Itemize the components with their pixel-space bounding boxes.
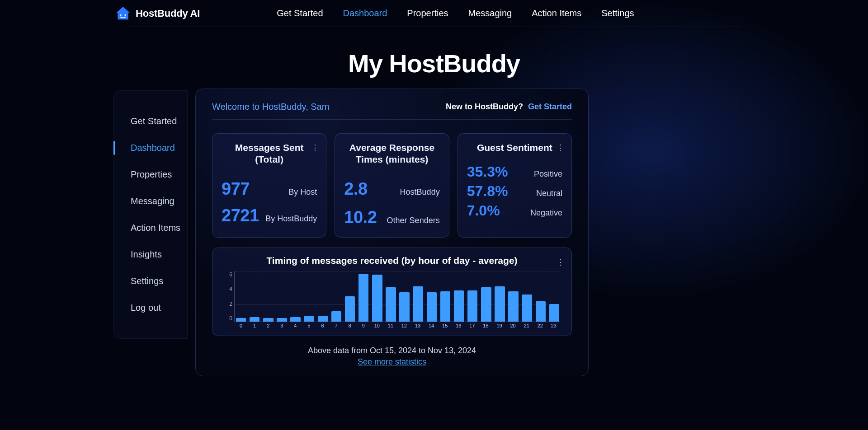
stat-line: 57.8%Neutral [467, 183, 562, 200]
x-tick: 14 [425, 323, 438, 330]
x-tick: 9 [357, 323, 370, 330]
topnav-item-dashboard[interactable]: Dashboard [343, 8, 387, 19]
x-tick: 0 [234, 323, 248, 330]
topnav-item-properties[interactable]: Properties [407, 8, 448, 19]
topnav-item-action-items[interactable]: Action Items [532, 8, 581, 19]
x-tick: 13 [411, 323, 425, 330]
bar [522, 294, 532, 321]
sidebar-item-log-out[interactable]: Log out [113, 294, 187, 321]
bar [359, 274, 369, 321]
stat-value: 7.0% [467, 202, 500, 219]
stat-line: 977By Host [222, 179, 317, 199]
x-tick: 16 [452, 323, 465, 330]
topnav-item-get-started[interactable]: Get Started [277, 8, 323, 19]
stat-value: 977 [222, 179, 250, 199]
bar-col [548, 271, 561, 322]
bar [318, 316, 328, 322]
card-avg-response: Average Response Times (minutes) 2.8Host… [335, 133, 449, 238]
bar-col [398, 271, 411, 322]
stat-value: 10.2 [344, 208, 377, 227]
bar [454, 290, 464, 321]
sidebar-item-settings[interactable]: Settings [113, 268, 187, 294]
y-tick: 0 [229, 315, 232, 322]
bar-col [303, 271, 316, 322]
bar-col [439, 271, 452, 322]
welcome-row: Welcome to HostBuddy, Sam New to HostBud… [212, 102, 572, 120]
bar-col [384, 271, 397, 322]
main-panel: Welcome to HostBuddy, Sam New to HostBud… [195, 89, 589, 376]
kebab-icon[interactable]: ⋮ [557, 257, 565, 267]
chart-area: 6420 01234567891011121314151617181920212… [222, 271, 562, 330]
svg-point-0 [120, 14, 121, 15]
topnav-item-messaging[interactable]: Messaging [468, 8, 512, 19]
kebab-icon[interactable]: ⋮ [311, 143, 320, 153]
bar-col [507, 271, 520, 322]
get-started-link[interactable]: Get Started [528, 102, 572, 111]
sidebar-item-dashboard[interactable]: Dashboard [113, 135, 187, 161]
x-tick: 11 [384, 323, 397, 330]
bar-col [466, 271, 479, 322]
x-tick: 23 [547, 323, 561, 330]
stat-line: 2.8HostBuddy [344, 179, 439, 199]
kebab-icon[interactable]: ⋮ [557, 143, 565, 153]
topnav-item-settings[interactable]: Settings [601, 8, 634, 19]
chart-title: Timing of messages received (by hour of … [222, 255, 562, 266]
bar [372, 275, 382, 322]
stat-label: Other Senders [387, 216, 440, 225]
x-tick: 19 [492, 323, 506, 330]
card-title: Messages Sent (Total) [222, 142, 317, 166]
sidebar-item-properties[interactable]: Properties [113, 161, 187, 188]
new-to-text: New to HostBuddy? [446, 102, 523, 111]
bar-col [453, 271, 465, 322]
x-tick: 22 [533, 323, 547, 330]
brand-logo[interactable]: HostBuddy AI [114, 5, 200, 23]
x-tick: 4 [288, 323, 302, 330]
bar [549, 304, 560, 322]
bar-col [480, 271, 492, 322]
stat-value: 2.8 [344, 179, 367, 199]
bar [508, 291, 519, 322]
card-timing-chart: Timing of messages received (by hour of … [212, 248, 572, 336]
stat-value: 2721 [222, 206, 259, 225]
bar [440, 291, 451, 322]
bar-col [248, 271, 261, 322]
card-title: Average Response Times (minutes) [344, 142, 439, 166]
bar [427, 292, 437, 322]
card-messages-sent: Messages Sent (Total) ⋮ 977By Host2721By… [212, 133, 326, 238]
x-tick: 3 [275, 323, 288, 330]
stat-cards-row: Messages Sent (Total) ⋮ 977By Host2721By… [212, 133, 572, 238]
see-more-statistics-link[interactable]: See more statistics [212, 357, 572, 367]
bar [536, 301, 546, 321]
bar-col [521, 271, 533, 322]
sidebar: Get StartedDashboardPropertiesMessagingA… [113, 90, 188, 339]
x-tick: 8 [343, 323, 357, 330]
bar-col [235, 271, 247, 322]
x-tick: 2 [261, 323, 275, 330]
bar [277, 318, 287, 321]
sidebar-item-insights[interactable]: Insights [113, 241, 187, 268]
bar [250, 317, 260, 321]
bar [290, 317, 301, 321]
x-tick: 7 [330, 323, 343, 330]
card-title: Guest Sentiment [467, 142, 562, 154]
bar [345, 296, 355, 322]
topnav: Get StartedDashboardPropertiesMessagingA… [277, 8, 634, 19]
house-smile-icon [114, 5, 132, 23]
bar [263, 318, 274, 321]
bar [495, 286, 505, 322]
bar [386, 287, 396, 322]
new-to-hostbuddy: New to HostBuddy? Get Started [446, 102, 572, 112]
bar-col [262, 271, 274, 322]
page-title: My HostBuddy [0, 49, 868, 78]
welcome-text: Welcome to HostBuddy, Sam [212, 102, 329, 112]
sidebar-item-get-started[interactable]: Get Started [113, 108, 187, 135]
sidebar-item-messaging[interactable]: Messaging [113, 188, 187, 215]
stat-label: HostBuddy [400, 187, 440, 197]
stat-label: Negative [530, 208, 562, 218]
stat-line: 10.2Other Senders [344, 208, 439, 227]
x-tick: 20 [506, 323, 520, 330]
x-tick: 15 [438, 323, 452, 330]
stat-label: Neutral [536, 189, 562, 198]
x-tick: 17 [465, 323, 479, 330]
sidebar-item-action-items[interactable]: Action Items [113, 215, 187, 241]
